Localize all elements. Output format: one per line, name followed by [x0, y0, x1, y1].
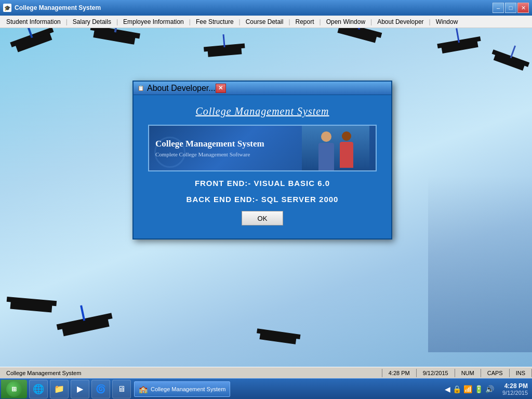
banner-title: College Management System: [155, 139, 264, 149]
deco-cap-2: [93, 30, 135, 45]
taskbar-chrome-icon[interactable]: 🌀: [91, 380, 110, 398]
dialog-icon: 📋: [137, 84, 145, 92]
banner-people-image: [302, 126, 369, 170]
dialog-close-button[interactable]: ✕: [216, 84, 226, 93]
taskbar-clock[interactable]: 4:28 PM 9/12/2015: [498, 382, 532, 396]
tray-volume-icon: 🔊: [485, 385, 494, 393]
deco-cap-1: [16, 32, 52, 52]
banner-text: College Management System Complete Colle…: [155, 139, 264, 157]
deco-cap-3: [208, 47, 242, 57]
menu-fee-structure[interactable]: Fee Structure: [192, 17, 238, 26]
menu-about-developer[interactable]: About Developer: [373, 17, 428, 26]
menu-salary-details[interactable]: Salary Details: [69, 17, 115, 26]
deco-cap-8: [62, 318, 109, 336]
taskbar-app-label: College Management System: [151, 386, 225, 392]
tray-battery-icon: 🔋: [474, 385, 483, 393]
window-controls: – □ ✕: [493, 3, 529, 13]
front-end-label: FRONT END:- VISUAL BASIC 6.0: [195, 179, 330, 188]
deco-cap-6: [494, 54, 525, 71]
tray-arrow[interactable]: ◀: [445, 385, 450, 393]
status-ins: INS: [510, 369, 532, 377]
person-1: [316, 131, 336, 170]
system-tray: ◀ 🔒 📶 🔋 🔊: [441, 385, 498, 393]
menu-open-window[interactable]: Open Window: [322, 17, 369, 26]
clock-time: 4:28 PM: [504, 382, 528, 390]
titlebar: 🎓 College Management System – □ ✕: [0, 0, 532, 16]
tray-network-icon: 📶: [463, 385, 472, 393]
status-caps: CAPS: [481, 369, 510, 377]
deco-cap-9: [259, 332, 296, 344]
start-button[interactable]: ⊞: [1, 380, 27, 398]
banner-subtitle: Complete College Management Software: [155, 151, 264, 157]
status-bar: College Management System 4:28 PM 9/12/2…: [0, 367, 532, 378]
deco-cap-4: [337, 28, 377, 43]
taskbar-app-icon: 🏫: [139, 385, 148, 393]
menu-course-detail[interactable]: Course Detail: [242, 17, 288, 26]
clock-date: 9/12/2015: [502, 390, 528, 396]
dialog-banner: College Management System Complete Colle…: [148, 125, 377, 171]
status-app-name: College Management System: [0, 369, 382, 377]
window-title: College Management System: [15, 4, 489, 11]
maximize-button[interactable]: □: [505, 3, 516, 13]
start-orb: ⊞: [6, 381, 22, 397]
dialog-body: College Management System College Manage…: [134, 95, 391, 238]
status-time: 4:28 PM: [382, 369, 417, 377]
app-icon: 🎓: [3, 4, 11, 12]
taskbar-media-icon[interactable]: ▶: [71, 380, 89, 398]
menu-student-information[interactable]: Student Information: [2, 17, 65, 26]
taskbar-ie-icon[interactable]: 🌐: [29, 380, 48, 398]
dialog-titlebar: 📋 About Developer... ✕: [134, 82, 391, 95]
taskbar-extra-icon[interactable]: 🖥: [112, 380, 131, 398]
close-button[interactable]: ✕: [517, 3, 529, 13]
about-developer-dialog: 📋 About Developer... ✕ College Managemen…: [132, 81, 392, 240]
deco-cap-7: [10, 301, 52, 313]
menu-window[interactable]: Window: [432, 17, 462, 26]
windows-logo: ⊞: [11, 385, 17, 393]
taskbar-app-button[interactable]: 🏫 College Management System: [134, 381, 230, 397]
tray-security-icon: 🔒: [453, 385, 461, 393]
back-end-label: BACK END END:- SQL SERVER 2000: [187, 195, 339, 204]
minimize-button[interactable]: –: [493, 3, 504, 13]
dialog-title: About Developer...: [147, 84, 216, 93]
status-date: 9/12/2015: [417, 369, 455, 377]
taskbar: ⊞ 🌐 📁 ▶ 🌀 🖥 🏫 College Management System …: [0, 378, 532, 399]
taskbar-folder-icon[interactable]: 📁: [50, 380, 69, 398]
deco-cap-5: [441, 41, 478, 54]
menu-employee-information[interactable]: Employee Information: [119, 17, 188, 26]
status-num: NUM: [455, 369, 481, 377]
deco-person-bg: [428, 176, 532, 352]
ok-button[interactable]: OK: [242, 211, 283, 225]
person-2: [338, 131, 355, 170]
menubar: Student Information | Salary Details | E…: [0, 16, 532, 28]
menu-report[interactable]: Report: [291, 17, 318, 26]
dialog-heading: College Management System: [195, 105, 329, 117]
